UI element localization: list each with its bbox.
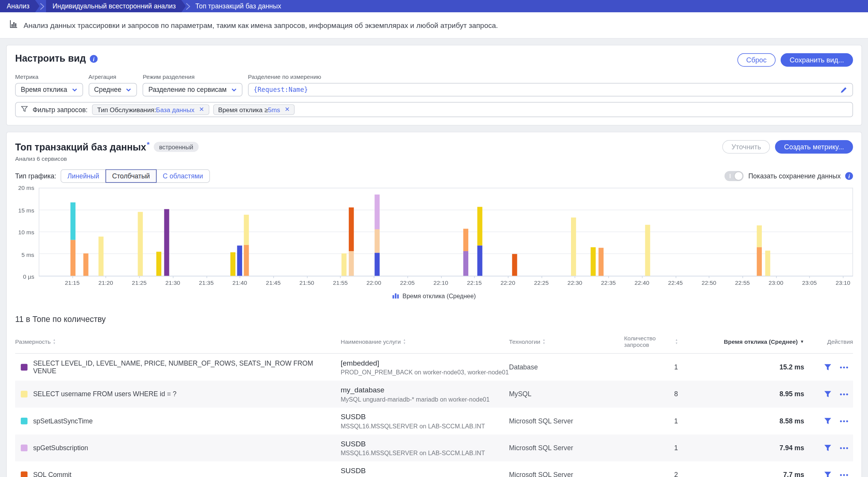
table-row[interactable]: SELECT LEVEL_ID, LEVEL_NAME, PRICE, NUMB… <box>15 354 853 381</box>
chart-legend[interactable]: Время отклика (Среднее) <box>15 292 853 300</box>
filter-action-icon[interactable] <box>824 417 832 425</box>
chart-bar[interactable] <box>98 188 103 276</box>
aggregation-select[interactable]: Среднее <box>89 83 137 96</box>
x-axis-label: 21:20 <box>98 279 113 286</box>
split-mode-select[interactable]: Разделение по сервисам <box>143 83 242 96</box>
chart-bar[interactable] <box>138 188 143 276</box>
filter-chips: Тип Обслуживания: База данных✕Время откл… <box>92 104 295 115</box>
column-header[interactable]: Размерность▲▼ <box>15 338 341 345</box>
chart-bar[interactable] <box>230 188 235 276</box>
filter-action-icon[interactable] <box>824 471 832 477</box>
column-header[interactable]: Технологии▲▼ <box>509 338 624 345</box>
chart-plot-area[interactable] <box>39 188 853 276</box>
response-time-cell: 8.58 ms <box>678 417 804 425</box>
refine-button[interactable]: Уточнить <box>722 140 770 154</box>
service-name[interactable]: SUSDB <box>341 413 509 421</box>
more-actions-icon[interactable] <box>840 420 848 422</box>
more-actions-icon[interactable] <box>840 474 848 476</box>
chart-bar[interactable] <box>349 188 354 276</box>
reset-button[interactable]: Сброс <box>737 53 776 67</box>
filter-action-icon[interactable] <box>824 444 832 452</box>
chart-bar[interactable] <box>341 188 346 276</box>
info-icon[interactable]: i <box>845 172 853 180</box>
bar-chart-icon <box>9 20 18 31</box>
chart-bar[interactable] <box>463 188 468 276</box>
chart-bar[interactable] <box>598 188 603 276</box>
chart-type-option[interactable]: Линейный <box>61 169 106 183</box>
column-header-label: Количество запросов <box>624 335 673 348</box>
chart-bar[interactable] <box>70 188 75 276</box>
y-axis-label: 10 ms <box>18 229 34 235</box>
service-cell: SUSDBMSSQL16.MSSQLSERVER on LAB-SCCM.LAB… <box>341 413 509 430</box>
close-icon[interactable]: ✕ <box>199 106 204 113</box>
request-filter-bar[interactable]: Фильтр запросов: Тип Обслуживания: База … <box>15 102 853 118</box>
breadcrumb-item[interactable]: Индивидуальный всесторонний анализ <box>46 0 186 12</box>
configure-view-title: Настроить вид i <box>15 53 98 64</box>
x-axis-tick-mark <box>642 276 642 278</box>
dimension-text: SQL Commit <box>33 471 71 477</box>
filter-chip[interactable]: Время отклика ≥ 5ms✕ <box>213 104 295 115</box>
chart-bar[interactable] <box>477 188 482 276</box>
chart-bar[interactable] <box>157 188 162 276</box>
dimension-text: SELECT username FROM users WHERE id = ? <box>33 390 176 398</box>
response-time-cell: 7.94 ms <box>678 444 804 452</box>
technology-cell: Microsoft SQL Server <box>509 417 624 425</box>
table-row[interactable]: SQL CommitSUSDBMSSQL16.MSSQLSERVER on LA… <box>15 461 853 477</box>
builtin-badge: встроенный <box>154 142 199 152</box>
chart-bar[interactable] <box>591 188 596 276</box>
metric-select[interactable]: Время отклика <box>15 83 83 96</box>
service-name[interactable]: [embedded] <box>341 359 509 367</box>
chart-type-option[interactable]: Столбчатый <box>105 169 157 183</box>
chart-bar-segment <box>645 225 650 276</box>
x-axis-tick-mark <box>508 276 508 278</box>
chart-bar[interactable] <box>237 188 242 276</box>
dimension-text: spSetLastSyncTime <box>33 417 93 425</box>
chart-bar[interactable] <box>757 188 762 276</box>
x-axis-tick-mark <box>374 276 374 278</box>
chart-type-option[interactable]: С областями <box>156 169 210 183</box>
legend-label: Время отклика (Среднее) <box>402 292 476 299</box>
breadcrumb-item[interactable]: Топ транзакций баз данных <box>192 0 285 12</box>
close-icon[interactable]: ✕ <box>285 106 290 113</box>
chart-bar-segment <box>70 240 75 276</box>
legend-bar-chart-icon <box>392 292 399 300</box>
info-icon[interactable]: i <box>90 55 98 63</box>
table-header-row: Размерность▲▼Наименование услуги▲▼Технол… <box>15 330 853 354</box>
chart-bar[interactable] <box>84 188 89 276</box>
filter-action-icon[interactable] <box>824 363 832 371</box>
service-name[interactable]: my_database <box>341 386 509 394</box>
dimension-input[interactable]: {Request:Name} <box>248 83 853 96</box>
pencil-icon[interactable] <box>840 86 847 93</box>
chart-bar[interactable] <box>164 188 169 276</box>
chart-bar[interactable] <box>571 188 576 276</box>
table-row[interactable]: spGetSubscriptionSUSDBMSSQL16.MSSQLSERVE… <box>15 435 853 461</box>
more-actions-icon[interactable] <box>840 366 848 369</box>
chart-bar[interactable] <box>765 188 770 276</box>
chart-bar[interactable] <box>244 188 249 276</box>
service-name[interactable]: SUSDB <box>341 439 509 448</box>
top-list-heading: 11 в Топе по количеству <box>15 315 853 323</box>
x-axis-tick-mark <box>809 276 810 278</box>
chart-bar[interactable] <box>375 188 380 276</box>
filter-chip[interactable]: Тип Обслуживания: База данных✕ <box>92 104 209 115</box>
filter-action-icon[interactable] <box>824 390 832 398</box>
save-view-button[interactable]: Сохранить вид... <box>781 53 853 67</box>
breadcrumb-item[interactable]: Анализ <box>0 0 39 12</box>
filter-chip-value: 5ms <box>268 106 280 113</box>
table-row[interactable]: SELECT username FROM users WHERE id = ?m… <box>15 381 853 407</box>
column-header[interactable]: Количество запросов▲▼ <box>624 335 678 348</box>
chart-bar[interactable] <box>645 188 650 276</box>
sort-icon: ▲▼ <box>53 338 56 345</box>
table-row[interactable]: spSetLastSyncTimeSUSDBMSSQL16.MSSQLSERVE… <box>15 408 853 435</box>
retention-toggle[interactable] <box>725 171 744 181</box>
service-cell: SUSDBMSSQL16.MSSQLSERVER on LAB-SCCM.LAB… <box>341 439 509 456</box>
response-time-cell: 7.7 ms <box>678 471 804 477</box>
actions-cell <box>804 417 853 425</box>
chart-bar[interactable] <box>512 188 517 276</box>
column-header[interactable]: Наименование услуги▲▼ <box>341 338 509 345</box>
create-metric-button[interactable]: Создать метрику... <box>775 140 853 154</box>
service-name[interactable]: SUSDB <box>341 466 509 475</box>
more-actions-icon[interactable] <box>840 446 848 449</box>
column-header[interactable]: Время отклика (Среднее)▼ <box>678 338 804 345</box>
more-actions-icon[interactable] <box>840 393 848 395</box>
